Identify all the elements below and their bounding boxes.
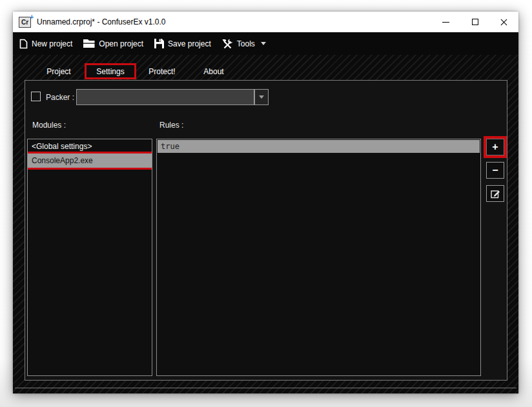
add-rule-button[interactable]: + xyxy=(486,139,504,155)
module-item-global-settings[interactable]: <Global settings> xyxy=(28,139,152,154)
rules-list: true xyxy=(156,139,481,376)
save-icon xyxy=(154,39,164,48)
tools-icon xyxy=(222,39,233,49)
modules-list: <Global settings> ConsoleApp2.exe xyxy=(27,139,152,376)
save-project-button[interactable]: Save project xyxy=(154,39,211,48)
modules-label: Modules : xyxy=(32,121,66,130)
tab-project[interactable]: Project xyxy=(33,63,85,79)
tab-about[interactable]: About xyxy=(188,63,240,79)
confuserex-window: Cr + Unnamed.crproj* - ConfuserEx v1.0.0… xyxy=(13,12,518,393)
new-project-label: New project xyxy=(32,39,72,48)
rules-label: Rules : xyxy=(159,121,183,130)
open-project-button[interactable]: Open project xyxy=(83,39,143,48)
minimize-icon xyxy=(442,22,449,23)
packer-combobox-dropdown-button[interactable] xyxy=(254,89,269,105)
packer-label: Packer : xyxy=(46,93,74,102)
title-bar: Cr + Unnamed.crproj* - ConfuserEx v1.0.0 xyxy=(13,12,518,32)
tools-menu-button[interactable]: Tools xyxy=(222,39,266,49)
maximize-icon xyxy=(472,19,478,25)
dropdown-arrow-icon xyxy=(261,42,266,45)
remove-rule-button[interactable]: − xyxy=(486,162,504,179)
edit-icon xyxy=(491,189,500,199)
main-surface: Project Settings Protect! About Packer :… xyxy=(13,55,518,393)
window-bottom-border xyxy=(15,388,517,388)
packer-checkbox[interactable] xyxy=(31,92,41,101)
new-file-icon xyxy=(19,39,28,49)
maximize-button[interactable] xyxy=(460,12,489,32)
toolbar: New project Open project Save project xyxy=(13,32,518,55)
tools-label: Tools xyxy=(237,39,255,48)
open-folder-icon xyxy=(83,39,95,48)
tab-bar: Project Settings Protect! About xyxy=(33,63,240,79)
window-title: Unnamed.crproj* - ConfuserEx v1.0.0 xyxy=(37,17,165,26)
app-icon: Cr + xyxy=(19,17,31,28)
settings-panel: Packer : Modules : <Global settings> Con… xyxy=(25,80,507,381)
rule-item-true[interactable]: true xyxy=(158,140,480,153)
window-controls xyxy=(431,12,518,32)
edit-rule-button[interactable] xyxy=(486,185,504,202)
close-icon xyxy=(500,18,508,26)
open-project-label: Open project xyxy=(99,39,143,48)
chevron-down-icon xyxy=(259,95,264,99)
minimize-button[interactable] xyxy=(431,12,460,32)
packer-combobox[interactable] xyxy=(76,89,269,105)
tab-protect[interactable]: Protect! xyxy=(136,63,188,79)
app-icon-text: Cr xyxy=(21,19,28,26)
packer-combobox-value xyxy=(76,89,254,105)
close-button[interactable] xyxy=(489,12,518,32)
module-item-consoleapp2[interactable]: ConsoleApp2.exe xyxy=(28,154,152,168)
new-project-button[interactable]: New project xyxy=(19,39,72,49)
tab-settings[interactable]: Settings xyxy=(85,63,136,79)
save-project-label: Save project xyxy=(168,39,211,48)
app-icon-plus-badge: + xyxy=(30,14,34,21)
